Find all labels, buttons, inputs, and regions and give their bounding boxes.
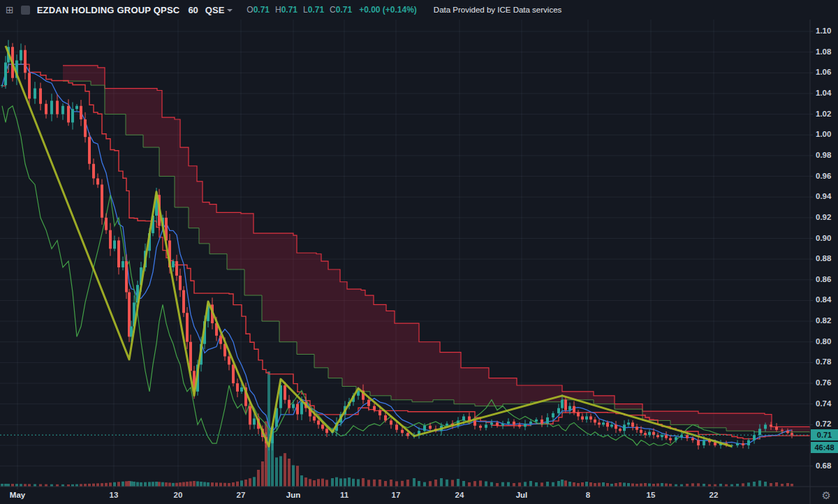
candle-body [92,164,95,179]
volume-bar [524,482,527,487]
time-tick-label: 27 [237,491,246,499]
exchange-button[interactable]: QSE [205,5,233,15]
price-tick-label: 1.06 [816,68,831,76]
volume-bar [1,484,3,487]
volume-bar [501,482,504,487]
volume-bar [240,480,243,487]
plot-area [0,20,810,487]
change-readout: +0.00 (+0.14%) [359,5,417,15]
candle-body [627,422,630,424]
time-tick-label: 15 [647,491,656,499]
chart-canvas[interactable] [0,0,838,504]
candle-body [101,184,103,217]
volume-bar [462,481,465,487]
volume-bar [196,482,199,487]
candle-body [175,261,178,276]
time-tick-label: 20 [174,491,183,499]
volume-bar [125,481,128,487]
volume-bar [28,484,31,487]
volume-bar [96,483,99,487]
volume-bar [468,482,471,487]
price-tick-label: 1.00 [816,130,831,138]
volume-bar [362,478,365,487]
candle-body [429,426,432,429]
candle-body [541,420,543,424]
candle-body [34,89,36,99]
price-tick-label: 1.04 [816,89,831,97]
symbol-title-button[interactable]: EZDAN HOLDING GROUP QPSC [37,5,180,15]
volume-bar [367,480,370,487]
candle-body [594,420,596,422]
price-tick-label: 0.72 [816,420,831,428]
volume-bar [284,453,286,487]
volume-bar [485,481,487,487]
candle-body [45,104,47,114]
volume-bar [304,477,307,487]
volume-bar [136,482,139,487]
volume-bar [279,456,282,487]
add-symbol-icon[interactable]: ⊞ [6,5,14,15]
candle-body [479,426,482,428]
volume-bar [557,481,560,487]
price-tick-label: 0.68 [816,461,831,470]
time-tick-label: 11 [340,491,348,499]
volume-bar [719,484,722,487]
candle-body [598,422,601,424]
candle-body [20,50,22,61]
candle-body [71,109,74,122]
candle-body [1,85,3,86]
volume-bar [207,482,210,487]
low-label: L [303,5,308,15]
candle-body [561,400,564,408]
volume-bar [300,475,303,487]
volume-bar [357,479,360,487]
volume-bar [7,484,10,487]
volume-bar [631,484,634,487]
candle-body [406,433,409,436]
candle-body [501,424,504,426]
candle-body [28,73,31,98]
candle-body [602,422,605,424]
candle-body [284,385,286,400]
volume-bar [15,484,18,487]
high-label: H [275,5,281,15]
volume-bar [513,483,515,487]
volume-bar [457,479,460,487]
volume-bar [496,483,499,487]
candle-body [56,101,59,114]
gear-icon[interactable]: ⚙ [822,489,831,502]
candle-body [742,443,744,445]
time-tick-label: Jun [286,491,300,499]
candle-body [518,424,521,427]
volume-bar [92,484,95,487]
candle-body [577,413,580,417]
candle-body [253,418,256,424]
candle-body [581,416,584,419]
candle-body [96,179,99,185]
volume-bar [652,484,655,487]
candle-body [378,410,381,415]
volume-bar [335,477,338,487]
candle-body [573,406,575,413]
candle-body [781,430,784,431]
volume-bar [434,480,437,487]
candle-body [75,106,78,109]
price-tick-label: 0.96 [816,172,831,180]
volume-bar [296,466,299,487]
volume-bar [589,482,592,487]
candle-body [4,62,7,85]
symbol-logo [21,6,30,15]
volume-bar [473,481,476,487]
volume-bar [352,479,355,487]
candle-body [747,440,750,445]
interval-button[interactable]: 60 [188,5,198,15]
volume-bar [84,484,87,487]
data-provider-note: Data Provided by ICE Data services [434,6,561,14]
candle-body [473,420,476,425]
price-tick-label: 0.92 [816,213,831,221]
candle-body [758,429,761,435]
volume-bar [265,421,267,487]
volume-bar [292,465,295,487]
volume-bar [390,480,392,487]
candle-body [652,432,655,435]
